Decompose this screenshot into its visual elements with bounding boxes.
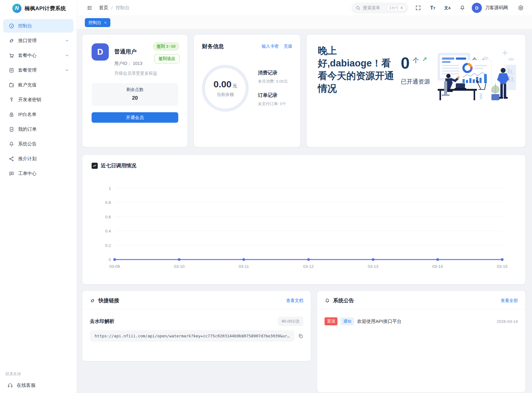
user-menu[interactable]: D 刀客源码网 bbox=[472, 3, 508, 13]
finance-title: 财务信息 bbox=[202, 43, 224, 50]
sidebar-item-label: 我的订单 bbox=[18, 126, 37, 132]
user-card: D 普通用户 用户ID： 1013 升级会员享受更多权益 签到 1~10 签到送… bbox=[82, 35, 187, 147]
greeting-text: 晚上好,dabiaoge！看看今天的资源开通情况 bbox=[318, 45, 396, 95]
stat-unit: 个 bbox=[413, 56, 419, 65]
points-label: 剩余点数 bbox=[92, 87, 178, 93]
font-size-icon: TT bbox=[430, 5, 435, 11]
search-shortcut-badge: Ctrl K bbox=[387, 5, 406, 11]
api-icon bbox=[9, 38, 14, 44]
sidebar-item-label: 工单中心 bbox=[18, 171, 37, 177]
enter-card-key-link[interactable]: 输入卡密 bbox=[262, 44, 279, 49]
menu-fold-icon bbox=[87, 5, 93, 11]
collapse-sidebar-button[interactable] bbox=[84, 3, 95, 13]
sidebar-item-recharge[interactable]: 账户充值 bbox=[3, 78, 73, 92]
checkin-gift-button[interactable]: 签到送点 bbox=[154, 54, 179, 63]
quick-links-title: 快捷链接 bbox=[98, 297, 119, 304]
lock-icon bbox=[9, 112, 14, 117]
ticket-icon bbox=[9, 171, 14, 177]
data-point bbox=[307, 258, 310, 261]
breadcrumb: 首页 / 控制台 bbox=[99, 5, 129, 11]
tab-label: 控制台 bbox=[89, 20, 101, 26]
announcement-item[interactable]: 置顶 通知 欢迎使用API接口平台 2026-03-14 bbox=[317, 309, 525, 325]
chart-series-line bbox=[115, 188, 502, 260]
notice-badge: 通知 bbox=[341, 317, 354, 325]
line-chart: 00.20.40.60.8103-0903-1003-1103-1203-130… bbox=[115, 188, 502, 260]
breadcrumb-home[interactable]: 首页 bbox=[99, 5, 108, 11]
fullscreen-icon bbox=[415, 5, 421, 11]
sidebar-item-label: 控制台 bbox=[18, 23, 32, 29]
line-chart-icon bbox=[92, 163, 98, 169]
view-docs-link[interactable]: 查看文档 bbox=[286, 298, 303, 304]
tab-dashboard[interactable]: 控制台 × bbox=[85, 18, 110, 27]
copy-button[interactable] bbox=[298, 333, 303, 339]
user-avatar: D bbox=[92, 43, 109, 61]
breadcrumb-separator: / bbox=[111, 5, 112, 10]
copy-icon bbox=[298, 333, 303, 339]
bell-icon bbox=[459, 5, 465, 11]
chevron-down-icon bbox=[65, 68, 69, 72]
api-name: 去水印解析 bbox=[90, 318, 114, 325]
username: 刀客源码网 bbox=[485, 5, 508, 11]
greeting-card: 晚上好,dabiaoge！看看今天的资源开通情况 0 个 ↗ 已开通资源 0 bbox=[307, 35, 525, 147]
chevron-down-icon bbox=[65, 53, 69, 58]
headset-icon bbox=[7, 383, 13, 388]
language-button[interactable]: 文A bbox=[442, 3, 453, 13]
sidebar-item-label: IP白名单 bbox=[18, 112, 36, 117]
settings-button[interactable] bbox=[515, 3, 526, 13]
y-axis-tick: 0 bbox=[99, 257, 111, 262]
sidebar-item-my-orders[interactable]: 我的订单 bbox=[3, 122, 73, 136]
sidebar-item-announcements[interactable]: 系统公告 bbox=[3, 137, 73, 151]
breadcrumb-current: 控制台 bbox=[116, 5, 129, 11]
chevron-down-icon bbox=[65, 38, 69, 43]
app-logo: N 楠枫API计费系统 bbox=[0, 0, 77, 17]
sidebar-item-tickets[interactable]: 工单中心 bbox=[3, 167, 73, 180]
tab-bar: 控制台 × bbox=[77, 16, 532, 30]
open-vip-button[interactable]: 开通会员 bbox=[92, 112, 178, 123]
consume-record-title: 消费记录 bbox=[258, 70, 288, 76]
notifications-button[interactable] bbox=[457, 3, 467, 13]
package-icon bbox=[9, 67, 14, 73]
sidebar-item-label: 开发者密钥 bbox=[18, 97, 41, 103]
recharge-link[interactable]: 充值 bbox=[284, 44, 292, 49]
order-record-detail: 未支付订单: 0个 bbox=[258, 101, 288, 107]
dashboard-icon bbox=[9, 23, 14, 29]
fullscreen-button[interactable] bbox=[413, 3, 423, 13]
sidebar: N 楠枫API计费系统 控制台 接口管理 套餐中心 套餐管理 账户充值 bbox=[0, 0, 77, 393]
sidebar-item-referral[interactable]: 推介计划 bbox=[3, 152, 73, 165]
announcements-card: 系统公告 查看全部 置顶 通知 欢迎使用API接口平台 2026-03-14 bbox=[317, 291, 525, 392]
sidebar-item-package-manage[interactable]: 套餐管理 bbox=[3, 63, 73, 77]
sidebar-nav: 控制台 接口管理 套餐中心 套餐管理 账户充值 开发者密钥 IP白名单 bbox=[0, 17, 77, 183]
api-url-field[interactable]: https://api.nfiii.com/api/open/watermark… bbox=[90, 330, 294, 342]
sidebar-item-ip-whitelist[interactable]: IP白名单 bbox=[3, 108, 73, 121]
font-size-button[interactable]: TT bbox=[428, 3, 438, 13]
share-icon bbox=[9, 156, 14, 162]
sidebar-item-api[interactable]: 接口管理 bbox=[3, 34, 73, 47]
online-service-button[interactable]: 在线客服 bbox=[6, 382, 71, 389]
y-axis-tick: 0.2 bbox=[99, 243, 111, 248]
search-input[interactable]: 搜索菜单 Ctrl K bbox=[351, 2, 408, 14]
y-axis-tick: 0.8 bbox=[99, 200, 111, 205]
top-header: 首页 / 控制台 搜索菜单 Ctrl K TT 文A D 刀客源码网 bbox=[77, 0, 532, 16]
y-axis-tick: 0.4 bbox=[99, 229, 111, 233]
chart-card: 近七日调用情况 00.20.40.60.8103-0903-1003-1103-… bbox=[82, 155, 525, 284]
balance-label: 当前余额 bbox=[217, 92, 234, 97]
data-point bbox=[113, 258, 116, 261]
data-point bbox=[501, 258, 504, 261]
close-icon[interactable]: × bbox=[104, 20, 107, 25]
sidebar-item-dev-key[interactable]: 开发者密钥 bbox=[3, 93, 73, 106]
sidebar-item-label: 套餐中心 bbox=[18, 53, 37, 58]
stat-value: 0 bbox=[401, 55, 410, 71]
x-axis-tick: 03-11 bbox=[239, 264, 249, 269]
order-record-title: 订单记录 bbox=[258, 92, 288, 99]
sidebar-item-package-center[interactable]: 套餐中心 bbox=[3, 49, 73, 62]
balance-unit: 元 bbox=[233, 83, 237, 88]
points-box: 剩余点数 20 bbox=[92, 83, 178, 106]
view-all-link[interactable]: 查看全部 bbox=[501, 298, 518, 304]
sidebar-item-dashboard[interactable]: 控制台 bbox=[3, 19, 73, 33]
checkin-badge: 签到 1~10 bbox=[153, 42, 179, 51]
x-axis-tick: 03-13 bbox=[368, 264, 378, 269]
key-icon bbox=[9, 97, 14, 103]
quick-link-item: 去水印解析 ¥0.001/次 https://api.nfiii.com/api… bbox=[82, 309, 311, 342]
trend-up-icon: ↗ bbox=[422, 56, 427, 63]
online-service-label: 在线客服 bbox=[17, 382, 36, 389]
